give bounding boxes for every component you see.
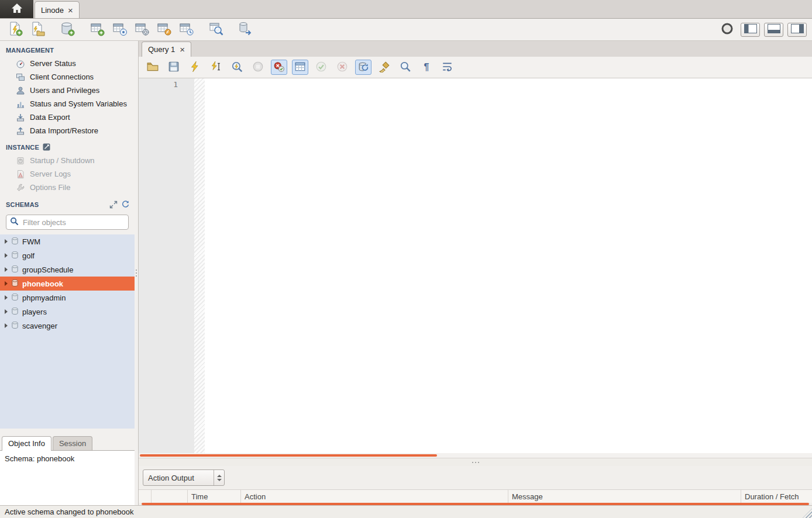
sidebar-item-startup-shutdown[interactable]: Startup / Shutdown <box>0 154 135 167</box>
tab-query-1[interactable]: Query 1 × <box>142 42 191 57</box>
autocommit-icon <box>357 61 369 74</box>
close-icon[interactable]: × <box>68 6 73 15</box>
output-splitter[interactable] <box>139 458 812 466</box>
code-area[interactable] <box>205 78 812 453</box>
column-header-status[interactable] <box>139 490 152 503</box>
expander-icon[interactable] <box>5 323 8 328</box>
query-tabbar: Query 1 × <box>139 41 812 57</box>
toggle-output-panel-button[interactable] <box>764 23 783 37</box>
connection-status-button[interactable] <box>717 21 737 39</box>
expand-schemas-icon[interactable] <box>109 201 118 209</box>
open-sql-file-button[interactable] <box>144 60 161 75</box>
expander-icon[interactable] <box>5 267 8 272</box>
schema-row-phonebook[interactable]: phonebook <box>0 277 135 291</box>
hscroll-thumb[interactable] <box>140 454 437 457</box>
expander-icon[interactable] <box>5 281 8 286</box>
column-header-index[interactable] <box>152 490 188 503</box>
refresh-schemas-icon[interactable] <box>121 200 130 209</box>
beautify-button[interactable] <box>376 60 393 75</box>
create-stored-procedure-button[interactable] <box>132 21 151 39</box>
create-event-button[interactable] <box>176 21 195 39</box>
tab-object-info[interactable]: Object Info <box>2 436 51 451</box>
stop-icon <box>252 61 264 74</box>
output-view-select[interactable]: Action Output <box>143 469 225 486</box>
toggle-stop-on-error-button[interactable] <box>271 60 287 75</box>
sidebar-item-client-connections[interactable]: Client Connections <box>0 70 135 84</box>
sidebar-item-data-export[interactable]: Data Export <box>0 110 135 124</box>
create-table-button[interactable] <box>87 21 106 39</box>
save-script-button[interactable] <box>166 60 182 75</box>
execute-statement-button[interactable] <box>208 60 224 75</box>
column-header-action[interactable]: Action <box>241 490 508 503</box>
home-icon <box>11 3 23 15</box>
schema-row-fwm[interactable]: FWM <box>0 234 135 248</box>
tab-label: Session <box>59 439 86 448</box>
reconnect-dbms-button[interactable] <box>236 21 255 39</box>
schema-filter-input[interactable] <box>22 217 125 227</box>
window-tabstrip: Linode × <box>0 0 812 19</box>
create-stored-procedure-icon <box>134 21 149 38</box>
tab-session[interactable]: Session <box>53 436 92 451</box>
sidebar-item-server-status[interactable]: Server Status <box>0 57 135 70</box>
schema-row-phpmyadmin[interactable]: phpmyadmin <box>0 291 135 305</box>
instance-section-title: INSTANCE <box>0 137 135 154</box>
sidebar-item-label: Data Import/Restore <box>30 126 98 135</box>
options-file-icon <box>15 183 25 192</box>
expander-icon[interactable] <box>5 295 8 300</box>
expander-icon[interactable] <box>5 239 8 244</box>
expander-icon[interactable] <box>5 309 8 314</box>
sidebar-item-server-logs[interactable]: Server Logs <box>0 167 135 181</box>
schema-name: phonebook <box>22 279 63 288</box>
explain-icon <box>231 61 243 74</box>
schema-row-players[interactable]: players <box>0 305 135 319</box>
startup-shutdown-icon <box>15 156 25 165</box>
create-function-button[interactable] <box>154 21 173 39</box>
schema-icon <box>11 251 19 261</box>
object-info-text: Schema: phonebook <box>5 454 74 463</box>
column-header-time[interactable]: Time <box>188 490 241 503</box>
create-schema-icon <box>60 21 75 38</box>
schema-row-scavenger[interactable]: scavenger <box>0 319 135 333</box>
sidebar-item-system-variables[interactable]: Status and System Variables <box>0 97 135 110</box>
column-header-message[interactable]: Message <box>508 490 741 503</box>
toggle-secondary-sidebar-button[interactable] <box>787 23 807 37</box>
execute-script-button[interactable] <box>187 60 203 75</box>
content-area: MANAGEMENT Server Status Client Connecti… <box>0 41 812 505</box>
create-schema-button[interactable] <box>57 21 77 39</box>
limit-rows-button[interactable] <box>292 60 308 75</box>
column-header-duration[interactable]: Duration / Fetch <box>741 490 812 503</box>
toggle-sidebar-panel-button[interactable] <box>741 23 760 37</box>
find-button[interactable] <box>397 60 414 75</box>
home-tab[interactable] <box>0 0 33 18</box>
sidebar-item-options-file[interactable]: Options File <box>0 181 135 194</box>
data-export-icon <box>15 113 25 122</box>
close-icon[interactable]: × <box>180 45 185 54</box>
management-section-title: MANAGEMENT <box>0 41 135 57</box>
open-sql-script-button[interactable] <box>27 21 47 39</box>
sidebar: MANAGEMENT Server Status Client Connecti… <box>0 41 135 505</box>
toggle-secondary-sidebar-icon <box>791 24 804 35</box>
new-query-tab-button[interactable] <box>5 21 25 39</box>
spinner-icon[interactable] <box>214 470 224 485</box>
toggle-autocommit-button[interactable] <box>355 60 371 75</box>
schema-row-groupschedule[interactable]: groupSchedule <box>0 263 135 277</box>
invisible-characters-button[interactable]: ¶ <box>418 60 435 75</box>
create-table-icon <box>90 21 105 38</box>
client-connections-icon <box>15 72 25 82</box>
create-view-button[interactable] <box>109 21 129 39</box>
schema-icon <box>11 237 19 247</box>
explain-plan-button[interactable] <box>229 60 245 75</box>
sidebar-item-data-import[interactable]: Data Import/Restore <box>0 124 135 137</box>
schema-row-golf[interactable]: golf <box>0 248 135 263</box>
search-table-data-button[interactable] <box>206 21 225 39</box>
schema-icon <box>11 279 19 289</box>
sidebar-item-users-privileges[interactable]: Users and Privileges <box>0 84 135 97</box>
toggle-sidebar-icon <box>744 24 757 35</box>
expander-icon[interactable] <box>5 253 8 258</box>
resize-grip[interactable] <box>803 509 812 518</box>
wrap-text-button[interactable] <box>439 60 456 75</box>
system-variables-icon <box>15 99 25 109</box>
connection-tab[interactable]: Linode × <box>35 1 80 18</box>
sidebar-item-label: Users and Privileges <box>30 86 99 95</box>
sidebar-splitter[interactable] <box>135 41 139 505</box>
